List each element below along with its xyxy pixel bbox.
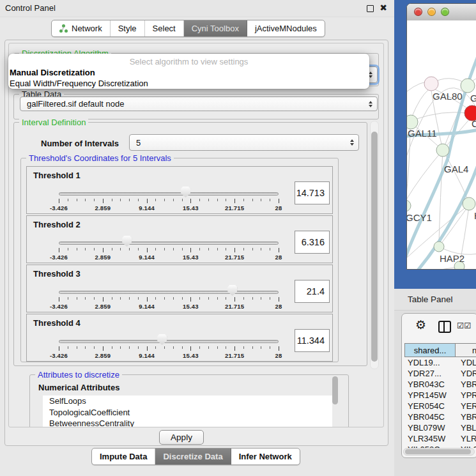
- network-node[interactable]: [424, 77, 438, 91]
- cell-name: YLR3: [456, 433, 476, 444]
- slider-tick: [226, 199, 226, 201]
- tab-style[interactable]: Style: [111, 20, 145, 36]
- gear-icon[interactable]: ⚙: [415, 318, 426, 332]
- attributes-list[interactable]: SelfLoopsTopologicalCoefficientBetweenne…: [43, 395, 332, 427]
- slider-tick-label: 9.144: [139, 204, 155, 211]
- slider-tick: [199, 248, 200, 250]
- threshold-panel-threshold-4: Threshold 4-3.4262.8599.14415.4321.71528…: [26, 314, 333, 362]
- network-graph: GAL80GALCGAL11GAL4GCY1HHAP2: [407, 20, 476, 269]
- control-panel-titlebar: Control Panel ✖: [0, 0, 394, 17]
- popup-item-equal-width-frequency[interactable]: Equal Width/Frequency Discretization: [10, 79, 148, 88]
- number-of-intervals-combobox[interactable]: 5: [129, 134, 359, 151]
- slider-track[interactable]: [59, 291, 279, 294]
- column-header-shared-name[interactable]: shared...: [404, 343, 456, 357]
- cell-name: YPR1: [456, 390, 476, 401]
- slider-tick-label: 15.43: [183, 204, 199, 211]
- slider-tick-label: 28: [275, 303, 282, 310]
- zoom-traffic-light-icon[interactable]: [441, 8, 449, 16]
- threshold-value-field[interactable]: 11.344: [295, 329, 330, 352]
- slider-track[interactable]: [59, 242, 279, 245]
- attribute-item-selfloops[interactable]: SelfLoops: [43, 395, 332, 407]
- attribute-item-betweennesscentrality[interactable]: BetweennessCentrality: [43, 418, 332, 427]
- slider-tick-label: 28: [275, 254, 282, 261]
- table-data-combobox[interactable]: galFiltered.sif default node: [20, 96, 378, 111]
- table-horizontal-scrollbar-thumb[interactable]: [405, 449, 471, 454]
- network-node[interactable]: [434, 242, 444, 252]
- split-columns-icon[interactable]: [438, 321, 451, 333]
- threshold-value-field[interactable]: 14.713: [295, 181, 330, 204]
- close-traffic-light-icon[interactable]: [414, 8, 422, 16]
- slider-tick: [164, 297, 165, 300]
- tab-cyni-toolbox[interactable]: Cyni Toolbox: [184, 20, 247, 36]
- network-window-titlebar[interactable]: [407, 4, 476, 21]
- combo-arrows-icon: [369, 101, 372, 107]
- thresholds-group: Threshold's Coordinates for 5 Intervals …: [20, 158, 339, 362]
- settings-scrollbar-thumb[interactable]: [371, 132, 378, 362]
- network-node[interactable]: [407, 115, 418, 129]
- network-node[interactable]: [463, 197, 475, 210]
- threshold-value-field[interactable]: 21.4: [295, 280, 330, 303]
- slider-tick: [147, 346, 148, 351]
- table-row[interactable]: YBR043CYBR0: [404, 379, 476, 390]
- slider-tick: [138, 297, 139, 300]
- slider-tick: [279, 199, 279, 203]
- tab-jactivemnodules[interactable]: jActiveMNodules: [247, 20, 325, 36]
- popup-item-manual-discretization[interactable]: Manual Discretization: [10, 68, 95, 77]
- slider-tick-label: 21.715: [225, 352, 244, 359]
- cell-shared-name: YDL19...: [404, 357, 456, 368]
- threshold-label: Threshold 4: [33, 318, 81, 328]
- table-row[interactable]: YDL19...YDL1: [404, 357, 476, 368]
- cell-shared-name: YBR045C: [404, 411, 456, 422]
- tab-infer-network[interactable]: Infer Network: [231, 449, 300, 464]
- cell-name: YDR2: [456, 368, 476, 379]
- cell-name: YBL0: [456, 422, 476, 433]
- tab-select[interactable]: Select: [145, 20, 184, 36]
- apply-button[interactable]: Apply: [159, 430, 204, 445]
- table-row[interactable]: YBR045CYBR0: [404, 411, 476, 422]
- slider-tick: [164, 248, 165, 250]
- network-node[interactable]: [407, 200, 411, 211]
- slider-track[interactable]: [59, 192, 279, 196]
- column-header-name[interactable]: n: [455, 343, 476, 357]
- attributes-scrollbar[interactable]: [332, 376, 338, 404]
- slider-tick: [103, 346, 104, 351]
- settings-scrollbar[interactable]: [370, 121, 379, 369]
- slider-thumb[interactable]: [122, 236, 132, 247]
- network-node[interactable]: [436, 144, 449, 157]
- minimize-traffic-light-icon[interactable]: [427, 8, 436, 16]
- slider-tick: [261, 248, 261, 250]
- table-row[interactable]: YDR27...YDR2: [404, 368, 476, 379]
- slider-thumb[interactable]: [157, 334, 167, 345]
- table-row[interactable]: YPR145WYPR1: [404, 390, 476, 401]
- slider-tick-label: 2.859: [95, 352, 111, 359]
- slider-tick: [243, 346, 244, 349]
- float-window-icon[interactable]: [367, 5, 374, 12]
- tab-label: Style: [118, 24, 137, 33]
- table-row[interactable]: YER054CYER0: [404, 401, 476, 411]
- slider-track[interactable]: [59, 340, 279, 343]
- slider-tick: [112, 199, 112, 201]
- table-row[interactable]: YBL079WYBL0: [404, 422, 476, 433]
- slider-tick: [85, 199, 86, 201]
- slider-tick: [190, 297, 191, 302]
- cell-shared-name: YDR27...: [404, 368, 456, 379]
- slider-thumb[interactable]: [181, 187, 190, 197]
- table-horizontal-scrollbar[interactable]: [403, 448, 475, 456]
- tab-network[interactable]: Network: [52, 20, 111, 36]
- tab-impute-data[interactable]: Impute Data: [92, 449, 155, 464]
- close-icon[interactable]: ✖: [380, 3, 387, 13]
- tab-discretize-data[interactable]: Discretize Data: [155, 449, 231, 464]
- slider-thumb[interactable]: [227, 285, 237, 296]
- table-row[interactable]: YLR345WYLR3: [404, 433, 476, 444]
- slider-tick: [77, 346, 77, 349]
- checkbox-columns-icon[interactable]: ☑☑: [457, 321, 471, 330]
- number-of-intervals-label: Number of Intervals: [41, 139, 119, 148]
- network-node[interactable]: [461, 79, 475, 93]
- attribute-item-topologicalcoefficient[interactable]: TopologicalCoefficient: [43, 407, 332, 418]
- slider-tick: [112, 297, 112, 300]
- threshold-value-field[interactable]: 6.316: [295, 231, 330, 254]
- interval-definition-label: Interval Definition: [19, 118, 88, 127]
- slider-tick: [147, 248, 148, 252]
- network-canvas[interactable]: GAL80GALCGAL11GAL4GCY1HHAP2: [407, 20, 476, 269]
- tab-label: Infer Network: [239, 452, 292, 461]
